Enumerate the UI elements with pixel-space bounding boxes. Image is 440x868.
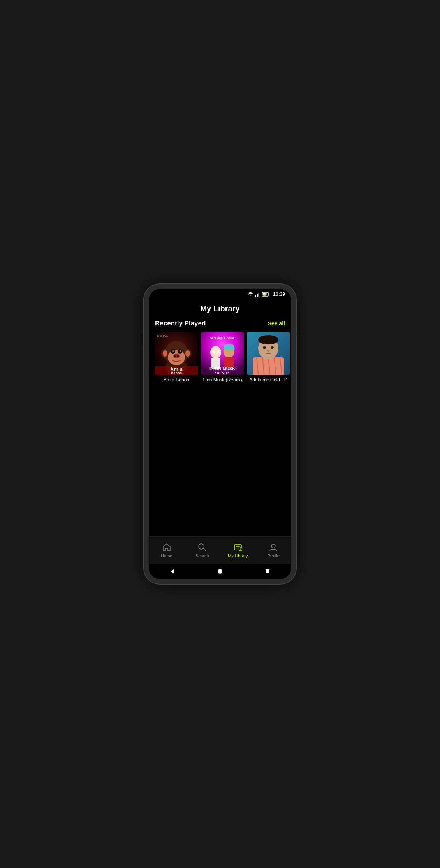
album-label-adekunle: Adekunle Gold - P <box>247 377 290 383</box>
svg-rect-3 <box>260 292 260 297</box>
svg-rect-65 <box>266 569 269 573</box>
android-back-button[interactable] <box>169 568 176 575</box>
recently-played-header: Recently Played See all <box>149 316 291 332</box>
svg-line-55 <box>203 548 206 551</box>
nav-item-library[interactable]: My Library <box>220 543 256 558</box>
svg-text:"REMIX": "REMIX" <box>215 371 229 375</box>
svg-point-23 <box>177 355 179 357</box>
nav-item-search[interactable]: Search <box>185 543 220 558</box>
album-label-elon: Elon Musk (Remix) <box>201 377 244 383</box>
android-home-button[interactable] <box>216 568 224 575</box>
svg-point-51 <box>263 346 266 349</box>
svg-text:⚡: ⚡ <box>263 293 267 297</box>
status-icons: ⚡ 10:39 <box>247 292 285 297</box>
album-art-baboo: Am a Baboo Dj Yk Mule <box>155 332 198 375</box>
svg-point-19 <box>172 350 174 352</box>
see-all-button[interactable]: See all <box>268 320 285 327</box>
svg-point-62 <box>271 544 275 548</box>
album-label-baboo: Am a Baboo <box>155 377 198 383</box>
status-time: 10:39 <box>273 292 285 297</box>
page-title: My Library <box>149 300 291 316</box>
profile-icon <box>269 543 278 552</box>
svg-point-50 <box>258 335 278 344</box>
bottom-nav: Home Search <box>149 536 291 564</box>
nav-item-home[interactable]: Home <box>149 543 185 558</box>
nav-label-search: Search <box>195 553 209 558</box>
wifi-icon <box>247 292 253 297</box>
battery-icon: ⚡ <box>262 292 270 297</box>
album-item-adekunle[interactable]: Adekunle Gold - P <box>247 332 290 383</box>
svg-rect-30 <box>212 351 216 353</box>
section-title: Recently Played <box>155 320 206 327</box>
app-content: My Library Recently Played See all <box>149 300 291 536</box>
album-art-elon: Shallipopi X Zlatan ELON MUSK "REMIX" <box>201 332 244 375</box>
svg-point-52 <box>271 346 274 349</box>
search-icon <box>197 543 207 552</box>
library-icon <box>233 543 243 552</box>
svg-rect-1 <box>257 294 258 297</box>
svg-rect-36 <box>223 348 235 349</box>
svg-text:Baboo: Baboo <box>171 371 182 375</box>
svg-text:Dj Yk Mule: Dj Yk Mule <box>157 335 169 337</box>
svg-point-22 <box>174 355 176 357</box>
svg-point-59 <box>239 548 242 551</box>
svg-rect-31 <box>216 351 220 353</box>
signal-icon <box>255 292 260 297</box>
empty-content-area <box>149 383 291 536</box>
albums-row: Am a Baboo Dj Yk Mule Am a Baboo <box>149 332 291 383</box>
svg-rect-2 <box>258 293 259 297</box>
svg-marker-63 <box>171 569 174 574</box>
svg-point-13 <box>163 350 167 357</box>
nav-label-home: Home <box>161 553 172 558</box>
android-nav-bar <box>149 564 291 579</box>
nav-item-profile[interactable]: Profile <box>256 543 292 558</box>
phone-frame: ⚡ 10:39 My Library Recently Played See a… <box>144 284 296 584</box>
album-item-baboo[interactable]: Am a Baboo Dj Yk Mule Am a Baboo <box>155 332 198 383</box>
nav-label-library: My Library <box>228 553 248 558</box>
svg-rect-5 <box>269 293 269 295</box>
album-item-elon[interactable]: Shallipopi X Zlatan ELON MUSK "REMIX" El… <box>201 332 244 383</box>
android-recents-button[interactable] <box>264 568 271 575</box>
svg-point-53 <box>267 350 270 352</box>
svg-point-20 <box>180 350 181 352</box>
nav-label-profile: Profile <box>268 553 280 558</box>
svg-rect-0 <box>255 295 256 297</box>
album-art-adekunle <box>247 332 290 375</box>
phone-screen: ⚡ 10:39 My Library Recently Played See a… <box>149 289 291 579</box>
svg-point-15 <box>185 350 190 357</box>
status-bar: ⚡ 10:39 <box>149 289 291 300</box>
svg-text:ELON MUSK: ELON MUSK <box>209 366 235 371</box>
home-icon <box>162 543 171 552</box>
svg-text:Shallipopi X Zlatan: Shallipopi X Zlatan <box>210 337 235 340</box>
svg-point-64 <box>218 569 222 574</box>
